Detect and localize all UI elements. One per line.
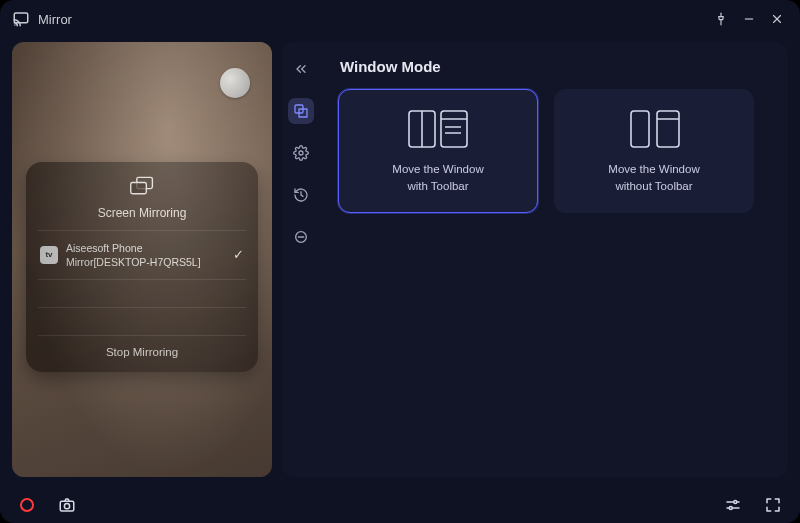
mode-grid: Move the Window with Toolbar [338, 89, 770, 213]
main-area: Screen Mirroring tv Aiseesoft Phone Mirr… [0, 38, 800, 487]
preview-panel: Screen Mirroring tv Aiseesoft Phone Mirr… [12, 42, 272, 477]
minimize-button[interactable] [738, 8, 760, 30]
settings-panel: Window Mode [282, 42, 788, 477]
cast-icon [12, 10, 30, 28]
mode-with-toolbar-card[interactable]: Move the Window with Toolbar [338, 89, 538, 213]
mode-label-line1: Move the Window [608, 161, 699, 178]
adjust-button[interactable] [720, 492, 746, 518]
svg-rect-18 [657, 111, 679, 147]
svg-rect-6 [131, 183, 147, 194]
mirror-empty-row [38, 307, 246, 335]
fullscreen-button[interactable] [760, 492, 786, 518]
phone-preview: Screen Mirroring tv Aiseesoft Phone Mirr… [12, 42, 272, 477]
svg-rect-0 [14, 13, 28, 23]
bottom-bar [0, 487, 800, 523]
mode-label-line2: with Toolbar [392, 178, 483, 195]
mirror-target-row[interactable]: tv Aiseesoft Phone Mirror[DESKTOP-H7QRS5… [38, 230, 246, 279]
appletv-badge-icon: tv [40, 246, 58, 264]
svg-point-25 [729, 507, 732, 510]
gear-tab[interactable] [288, 140, 314, 166]
titlebar: Mirror [0, 0, 800, 38]
svg-rect-20 [60, 501, 74, 511]
section-title: Window Mode [340, 58, 770, 75]
camera-lens-graphic [220, 68, 250, 98]
screenshot-button[interactable] [54, 492, 80, 518]
app-title: Mirror [38, 12, 72, 27]
mirror-target-name: Aiseesoft Phone Mirror[DESKTOP-H7QRS5L] [66, 241, 225, 269]
history-tab[interactable] [288, 182, 314, 208]
mode-label-line1: Move the Window [392, 161, 483, 178]
screen-mirroring-card: Screen Mirroring tv Aiseesoft Phone Mirr… [26, 162, 258, 372]
close-button[interactable] [766, 8, 788, 30]
window-with-toolbar-icon [403, 107, 473, 151]
svg-rect-13 [441, 111, 467, 147]
checkmark-icon: ✓ [233, 246, 244, 264]
collapse-rail-button[interactable] [288, 56, 314, 82]
window-mode-tab[interactable] [288, 98, 314, 124]
app-window: Mirror [0, 0, 800, 523]
stop-mirroring-button[interactable]: Stop Mirroring [38, 335, 246, 362]
mode-without-toolbar-card[interactable]: Move the Window without Toolbar [554, 89, 754, 213]
svg-point-21 [64, 504, 69, 509]
record-icon [20, 498, 34, 512]
svg-rect-17 [631, 111, 649, 147]
screens-icon [129, 176, 155, 200]
record-settings-tab[interactable] [288, 224, 314, 250]
record-button[interactable] [14, 492, 40, 518]
mirror-card-title: Screen Mirroring [98, 206, 187, 220]
stop-mirroring-label: Stop Mirroring [106, 346, 178, 358]
pin-button[interactable] [710, 8, 732, 30]
mode-label-line2: without Toolbar [608, 178, 699, 195]
window-without-toolbar-icon [619, 107, 689, 151]
svg-point-1 [14, 24, 16, 26]
svg-point-23 [734, 501, 737, 504]
settings-content: Window Mode [320, 42, 788, 477]
settings-rail [282, 42, 320, 477]
mirror-empty-row [38, 279, 246, 307]
svg-point-8 [299, 151, 303, 155]
